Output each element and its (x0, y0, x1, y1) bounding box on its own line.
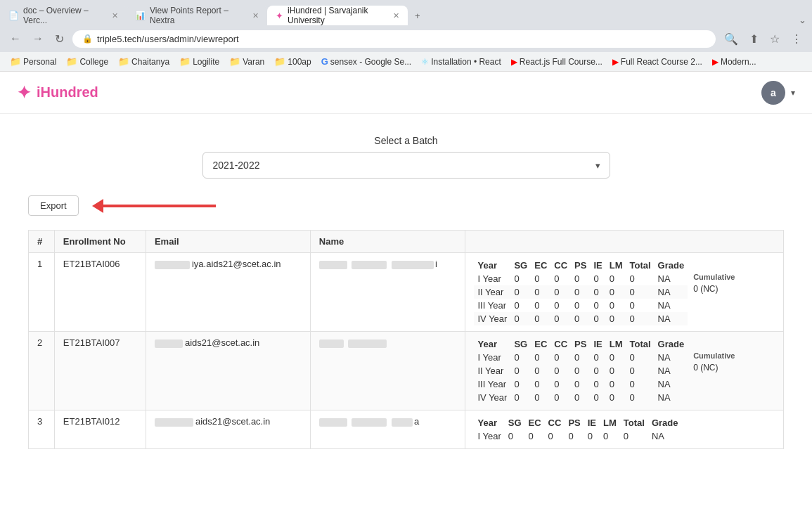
new-tab-button[interactable]: + (408, 6, 427, 25)
react-icon: ⚛ (421, 57, 429, 67)
bookmark-reactjs-course[interactable]: ▶ React.js Full Course... (507, 56, 607, 68)
folder-icon: 📁 (118, 56, 129, 67)
folder-icon: 📁 (179, 56, 191, 67)
bookmarks-bar: 📁 Personal 📁 College 📁 Chaitanya 📁 Logil… (0, 52, 812, 72)
youtube-icon-1: ▶ (511, 57, 517, 67)
year-table-3: YearSGECCCPSIELMTotalGrade I Year0000000… (474, 416, 681, 443)
app-name: iHundred (37, 84, 98, 101)
bookmark-logilite-label: Logilite (193, 57, 219, 67)
col-header-num: # (29, 231, 55, 253)
blurred-email-prefix (155, 261, 190, 269)
back-button[interactable]: ← (7, 31, 24, 46)
row-1-enrollment: ET21BTAI006 (54, 253, 146, 332)
table-row: 2 ET21BTAI007 aids21@scet.ac.in (29, 332, 784, 410)
col-header-name: Name (310, 231, 465, 253)
row-1-cumulative: 0 (NC) (693, 284, 735, 294)
address-bar: ← → ↻ 🔒 triple5.tech/users/admin/viewrep… (0, 25, 812, 52)
address-input[interactable]: 🔒 triple5.tech/users/admin/viewreport (72, 30, 716, 48)
blurred-name-4 (319, 339, 344, 348)
row-3-name: a (310, 410, 465, 449)
row-1-name: i (310, 253, 465, 332)
lock-icon: 🔒 (82, 34, 93, 44)
tab-bar: 📄 doc – Overview – Verc... ✕ 📊 View Poin… (0, 0, 812, 25)
bookmark-sensex[interactable]: G sensex - Google Se... (317, 55, 416, 68)
row-2-name (310, 332, 465, 410)
share-icon[interactable]: ⬆ (747, 31, 761, 47)
bookmark-icon[interactable]: ☆ (767, 31, 782, 47)
blurred-name-6 (319, 418, 347, 427)
bookmark-full-react[interactable]: ▶ Full React Course 2... (608, 56, 707, 68)
arrow-line (103, 205, 216, 207)
row-1-num: 1 (29, 253, 55, 332)
tab-3-close[interactable]: ✕ (393, 11, 399, 20)
year-table-2: YearSGECCCPSIELMTotalGrade I Year0000000… (474, 337, 688, 404)
row-3-enrollment: ET21BTAI012 (54, 410, 146, 449)
bookmark-100ap[interactable]: 📁 100ap (270, 55, 315, 68)
bookmark-personal[interactable]: 📁 Personal (6, 55, 60, 68)
tab-overflow[interactable]: ⌄ (793, 15, 812, 25)
blurred-name-8 (392, 418, 413, 427)
bookmark-reactjs-course-label: React.js Full Course... (520, 57, 602, 67)
tab-1-favicon: 📄 (8, 11, 19, 20)
app-container: ✦ iHundred a ▾ Select a Batch 2021-2022 … (0, 72, 812, 511)
table-row: 1 ET21BTAI006 iya.aids21@scet.ac.in i (29, 253, 784, 332)
table-row: 3 ET21BTAI012 aids21@scet.ac.in a (29, 410, 784, 449)
blurred-name-5 (348, 339, 387, 348)
chevron-down-icon[interactable]: ▾ (791, 88, 795, 98)
tab-2-favicon: 📊 (135, 11, 146, 20)
avatar[interactable]: a (761, 81, 785, 105)
bookmark-varan[interactable]: 📁 Varan (225, 55, 269, 68)
menu-icon[interactable]: ⋮ (788, 31, 805, 47)
tab-2-label: View Points Report – Nextra (150, 6, 248, 25)
google-icon: G (321, 56, 328, 67)
blurred-name-7 (352, 418, 387, 427)
youtube-icon-2: ▶ (612, 57, 619, 67)
data-table: # Enrollment No Email Name 1 ET21BTAI006… (28, 230, 784, 449)
bookmark-chaitanya[interactable]: 📁 Chaitanya (114, 55, 174, 68)
tab-3[interactable]: ✦ iHundred | Sarvajanik University ✕ (267, 6, 408, 25)
row-2-email: aids21@scet.ac.in (146, 332, 310, 410)
bookmark-sensex-label: sensex - Google Se... (330, 57, 411, 67)
batch-section: Select a Batch 2021-2022 2022-2023 2020-… (28, 135, 784, 179)
folder-icon: 📁 (66, 56, 77, 67)
bookmark-installation-react-label: Installation • React (431, 57, 501, 67)
row-2-num: 2 (29, 332, 55, 410)
col-header-email: Email (146, 231, 310, 253)
folder-icon: 📁 (229, 56, 240, 67)
bookmark-logilite[interactable]: 📁 Logilite (175, 55, 224, 68)
red-arrow (93, 199, 216, 213)
row-3-num: 3 (29, 410, 55, 449)
year-table-1: YearSGECCCPSIELMTotalGrade I Year0000000… (474, 259, 688, 325)
bookmark-modern[interactable]: ▶ Modern... (708, 56, 761, 68)
bookmark-full-react-label: Full React Course 2... (621, 57, 702, 67)
bookmark-varan-label: Varan (243, 57, 264, 67)
bookmark-college[interactable]: 📁 College (62, 55, 112, 68)
export-button[interactable]: Export (28, 195, 79, 216)
blurred-name-1 (319, 261, 347, 269)
youtube-icon-3: ▶ (712, 57, 718, 67)
tab-2-close[interactable]: ✕ (252, 11, 259, 20)
blurred-name-3 (392, 261, 434, 269)
bookmark-100ap-label: 100ap (288, 57, 311, 67)
row-1-email: iya.aids21@scet.ac.in (146, 253, 310, 332)
row-2-yeardata: YearSGECCCPSIELMTotalGrade I Year0000000… (465, 332, 784, 410)
batch-select[interactable]: 2021-2022 2022-2023 2020-2021 (202, 152, 610, 179)
col-header-enrollment: Enrollment No (54, 231, 146, 253)
tab-2[interactable]: 📊 View Points Report – Nextra ✕ (127, 6, 267, 25)
bookmark-installation-react[interactable]: ⚛ Installation • React (417, 56, 505, 68)
row-1-yeardata: YearSGECCCPSIELMTotalGrade I Year0000000… (465, 253, 784, 332)
forward-button[interactable]: → (30, 31, 46, 46)
bookmark-chaitanya-label: Chaitanya (131, 57, 169, 67)
blurred-name-2 (352, 261, 387, 269)
header-right: a ▾ (761, 81, 795, 105)
bookmark-modern-label: Modern... (721, 57, 756, 67)
folder-icon: 📁 (274, 56, 285, 67)
batch-label: Select a Batch (374, 135, 437, 146)
app-logo: ✦ iHundred (17, 83, 98, 103)
tab-1[interactable]: 📄 doc – Overview – Verc... ✕ (0, 6, 127, 25)
search-icon[interactable]: 🔍 (721, 31, 741, 47)
bookmark-personal-label: Personal (23, 57, 56, 67)
address-text: triple5.tech/users/admin/viewreport (97, 34, 239, 44)
tab-1-close[interactable]: ✕ (112, 11, 118, 20)
reload-button[interactable]: ↻ (52, 31, 67, 47)
